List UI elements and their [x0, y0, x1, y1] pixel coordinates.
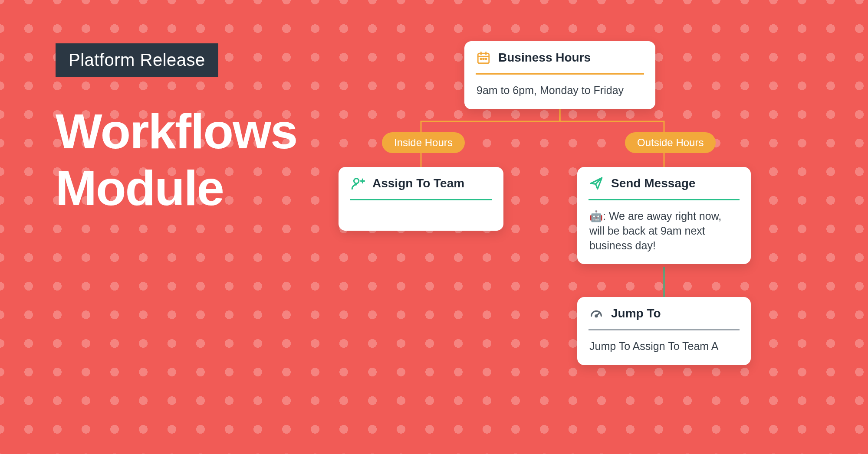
- hero-text-block: Platform Release Workflows Module: [56, 43, 297, 216]
- node-body: 🤖: We are away right now, will be back a…: [577, 200, 751, 264]
- node-title: Business Hours: [498, 51, 591, 65]
- node-jump-to[interactable]: Jump To Jump To Assign To Team A: [577, 297, 751, 365]
- branch-label-inside-hours: Inside Hours: [382, 132, 465, 153]
- title-line-2: Module: [56, 160, 297, 216]
- node-title: Send Message: [611, 176, 696, 190]
- release-tag: Platform Release: [56, 43, 218, 77]
- node-business-hours[interactable]: Business Hours 9am to 6pm, Monday to Fri…: [464, 41, 655, 109]
- workflow-diagram: Inside Hours Outside Hours Business Hour…: [326, 41, 825, 410]
- node-title: Jump To: [611, 307, 661, 320]
- page-title: Workflows Module: [56, 103, 297, 216]
- gauge-icon: [589, 306, 604, 321]
- send-icon: [589, 176, 604, 191]
- svg-point-5: [483, 58, 484, 59]
- svg-point-6: [485, 58, 487, 59]
- node-body: [339, 200, 503, 231]
- svg-point-7: [354, 179, 359, 183]
- calendar-icon: [476, 50, 491, 65]
- node-body: 9am to 6pm, Monday to Friday: [464, 75, 655, 109]
- node-header: Business Hours: [464, 41, 655, 73]
- node-assign-to-team[interactable]: Assign To Team: [339, 167, 503, 231]
- node-header: Jump To: [577, 297, 751, 329]
- node-send-message[interactable]: Send Message 🤖: We are away right now, w…: [577, 167, 751, 264]
- user-plus-icon: [350, 176, 365, 191]
- svg-point-4: [480, 58, 482, 59]
- svg-point-12: [595, 315, 597, 317]
- node-header: Assign To Team: [339, 167, 503, 199]
- branch-label-outside-hours: Outside Hours: [625, 132, 716, 153]
- node-header: Send Message: [577, 167, 751, 199]
- node-title: Assign To Team: [372, 176, 464, 190]
- node-body: Jump To Assign To Team A: [577, 330, 751, 365]
- title-line-1: Workflows: [56, 103, 297, 160]
